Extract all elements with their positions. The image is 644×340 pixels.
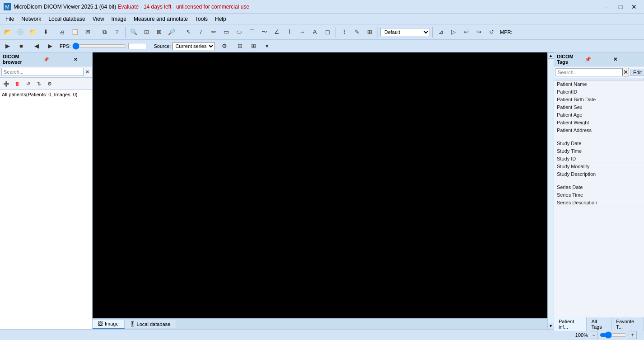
menu-network[interactable]: Network bbox=[18, 15, 45, 23]
zoom-fit-button[interactable]: ⊡ bbox=[140, 26, 152, 38]
tags-search-area: ✕ Edit bbox=[554, 66, 644, 78]
minimize-button[interactable]: ─ bbox=[601, 2, 613, 12]
menu-measure-annotate[interactable]: Measure and annotate bbox=[130, 15, 191, 23]
grid-dropdown[interactable]: ▾ bbox=[261, 40, 273, 52]
add-patient-button[interactable]: ➕ bbox=[1, 79, 11, 89]
maximize-button[interactable]: □ bbox=[614, 2, 627, 12]
menu-tools[interactable]: Tools bbox=[191, 15, 211, 23]
dicomdir-button[interactable]: 📋 bbox=[69, 26, 81, 38]
window-controls: ─ □ ✕ bbox=[601, 2, 640, 12]
image-canvas[interactable] bbox=[93, 52, 547, 318]
erase-tool[interactable]: ◻ bbox=[322, 26, 333, 38]
spline-tool[interactable]: 〜 bbox=[258, 26, 270, 38]
browser-settings-button[interactable]: ⚙ bbox=[45, 79, 55, 89]
local-db-tab-icon: 🗄 bbox=[130, 321, 135, 327]
help-button[interactable]: ? bbox=[111, 26, 123, 38]
zoom-out-button[interactable]: 🔎 bbox=[166, 26, 177, 38]
zoom-100-button[interactable]: ⊠ bbox=[153, 26, 165, 38]
grid1-button[interactable]: ⊟ bbox=[234, 40, 246, 52]
dicom-browser-title: DICOM browser bbox=[3, 54, 31, 65]
tag-patient-address: Patient Address bbox=[554, 127, 644, 134]
rect-tool[interactable]: ▭ bbox=[220, 26, 232, 38]
viewer-bottom-tabs: 🖼 Image 🗄 Local database bbox=[93, 318, 547, 329]
image-tab-label: Image bbox=[105, 321, 119, 326]
tag-series-description: Series Description bbox=[554, 199, 644, 207]
cursor-tool[interactable]: ↖ bbox=[182, 26, 194, 38]
refresh-button[interactable]: ↺ bbox=[485, 26, 497, 38]
undo-button[interactable]: ↩ bbox=[460, 26, 472, 38]
viewer-scrollbar: ▲ ▼ bbox=[547, 52, 554, 329]
tab-local-database[interactable]: 🗄 Local database bbox=[125, 320, 177, 328]
line-tool[interactable]: / bbox=[195, 26, 207, 38]
browser-search-clear[interactable]: ✕ bbox=[84, 68, 91, 76]
browser-search-input[interactable] bbox=[1, 68, 84, 76]
zoom-slider[interactable] bbox=[600, 331, 627, 339]
browser-close-button[interactable]: ✕ bbox=[61, 56, 89, 62]
browser-content: All patients(Patients: 0, Images: 0) bbox=[0, 90, 92, 329]
menu-image[interactable]: Image bbox=[108, 15, 130, 23]
prev-frame-button[interactable]: ◀ bbox=[31, 40, 42, 52]
delete-button[interactable]: 🗑 bbox=[12, 79, 22, 89]
arc-tool[interactable]: ⌒ bbox=[246, 26, 257, 38]
tab-patient-info[interactable]: Patient inf... bbox=[554, 317, 587, 331]
tags-edit-button[interactable]: Edit bbox=[630, 69, 644, 76]
line2-tool[interactable]: ⌇ bbox=[338, 26, 350, 38]
folder-button[interactable]: 📁 bbox=[27, 26, 39, 38]
text-tool[interactable]: A bbox=[309, 26, 321, 38]
menu-view[interactable]: View bbox=[89, 15, 108, 23]
zoom-in-button[interactable]: 🔍 bbox=[128, 26, 140, 38]
tab-favorite-tags[interactable]: Favorite T... bbox=[611, 317, 644, 331]
tags-search-clear[interactable]: ✕ bbox=[622, 68, 629, 76]
cd-button[interactable]: 💿 bbox=[14, 26, 26, 38]
preset-dropdown[interactable]: Default bbox=[380, 28, 430, 36]
tag-patient-sex: Patient Sex bbox=[554, 104, 644, 111]
scroll-track[interactable] bbox=[548, 59, 554, 323]
play-button[interactable]: ▶ bbox=[2, 40, 14, 52]
menu-file[interactable]: File bbox=[2, 15, 18, 23]
tab-all-tags[interactable]: All Tags bbox=[587, 317, 611, 331]
fps-slider[interactable] bbox=[72, 42, 126, 50]
tag-study-description: Study Description bbox=[554, 170, 644, 178]
sep3 bbox=[125, 27, 126, 38]
angle-tool[interactable]: ∠ bbox=[271, 26, 283, 38]
arrow-tool[interactable]: → bbox=[296, 26, 308, 38]
copy-button[interactable]: ⧉ bbox=[98, 26, 110, 38]
tag-study-date: Study Date bbox=[554, 140, 644, 147]
freehand-tool[interactable]: ✏ bbox=[208, 26, 219, 38]
polyline-tool[interactable]: ⌇ bbox=[284, 26, 295, 38]
redo-button[interactable]: ↪ bbox=[473, 26, 485, 38]
sort-button[interactable]: ⇅ bbox=[34, 79, 44, 89]
ellipse-tool[interactable]: ⬭ bbox=[233, 26, 245, 38]
scroll-down-button[interactable]: ▼ bbox=[548, 323, 554, 329]
dicom-browser-panel: DICOM browser 📌 ✕ ✕ ➕ 🗑 ↺ ⇅ ⚙ All patien… bbox=[0, 52, 93, 329]
open-button[interactable]: 📂 bbox=[2, 26, 14, 38]
print-button[interactable]: 🖨 bbox=[56, 26, 68, 38]
tags-close-button[interactable]: ✕ bbox=[613, 57, 641, 62]
menu-local-database[interactable]: Local database bbox=[45, 15, 89, 23]
tags-pin-button[interactable]: 📌 bbox=[585, 57, 613, 62]
zoom-out-status-button[interactable]: − bbox=[590, 331, 598, 339]
tag-patient-age: Patient Age bbox=[554, 111, 644, 119]
next-frame-button[interactable]: ▶ bbox=[44, 40, 56, 52]
source-dropdown[interactable]: Current series bbox=[173, 42, 215, 50]
tags-search-input[interactable] bbox=[555, 68, 622, 76]
wl-tool[interactable]: ⊞ bbox=[364, 26, 375, 38]
tab-image[interactable]: 🖼 Image bbox=[93, 320, 125, 329]
pin-button[interactable]: 📌 bbox=[32, 56, 61, 62]
playback-toolbar: ▶ ■ ◀ ▶ FPS: Source: Current series ⚙ ⊟ … bbox=[0, 40, 644, 52]
mpr-sag-button[interactable]: ⊿ bbox=[435, 26, 447, 38]
scroll-up-button[interactable]: ▲ bbox=[548, 52, 554, 59]
refresh-browser-button[interactable]: ↺ bbox=[23, 79, 33, 89]
download-button[interactable]: ⬇ bbox=[40, 26, 51, 38]
email-button[interactable]: ✉ bbox=[82, 26, 93, 38]
settings-button[interactable]: ⚙ bbox=[219, 40, 230, 52]
grid2-button[interactable]: ⊞ bbox=[247, 40, 259, 52]
mpr-cor-button[interactable]: ▷ bbox=[448, 26, 459, 38]
fps-value-input[interactable] bbox=[128, 43, 146, 49]
pencil-tool[interactable]: ✎ bbox=[351, 26, 363, 38]
close-button[interactable]: ✕ bbox=[628, 2, 640, 12]
menubar: File Network Local database View Image M… bbox=[0, 14, 644, 24]
zoom-in-status-button[interactable]: + bbox=[629, 331, 637, 339]
menu-help[interactable]: Help bbox=[211, 15, 230, 23]
stop-button[interactable]: ■ bbox=[15, 40, 27, 52]
